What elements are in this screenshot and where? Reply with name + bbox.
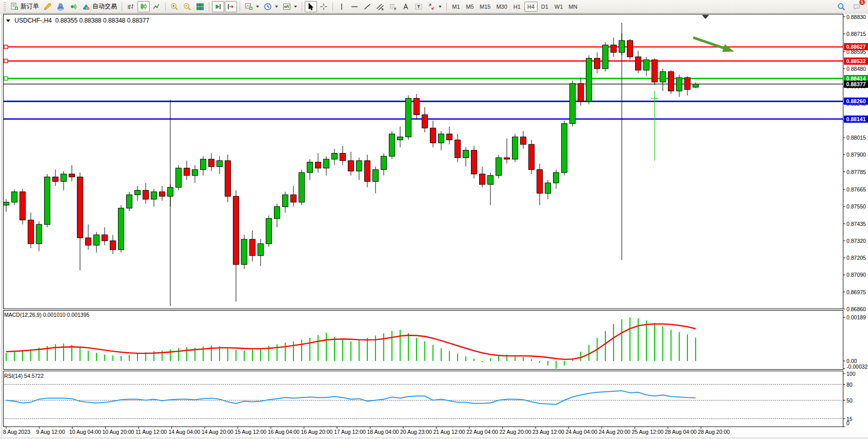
price-tick-label: 0.86975 (846, 289, 866, 295)
terminal-button[interactable] (54, 1, 67, 12)
candle-body-bull (217, 161, 223, 167)
time-label: 10 Aug 20:00 (103, 429, 134, 435)
signals-button[interactable] (67, 1, 80, 12)
hline-anchor[interactable] (4, 45, 8, 49)
timeframe-M1[interactable]: M1 (449, 2, 463, 12)
line-chart-button[interactable] (150, 1, 163, 12)
candle-body-bull (545, 183, 551, 193)
chart-shift-button[interactable] (212, 1, 224, 12)
candle-body-bear (340, 153, 346, 160)
rsi-tick-label: 0 (846, 420, 850, 426)
candle-body-bull (201, 159, 206, 169)
notifications-button[interactable]: 1 (851, 1, 863, 12)
candle-body-bear (365, 161, 370, 181)
trendline-button[interactable] (361, 1, 373, 12)
candle-body-bull (389, 134, 395, 156)
search-button[interactable] (835, 1, 847, 12)
timeframe-D1[interactable]: D1 (538, 2, 551, 12)
equidistant-channel-button[interactable] (374, 1, 386, 12)
candle-body-bull (496, 158, 502, 176)
bar-chart-button[interactable] (125, 1, 137, 12)
search-icon (837, 3, 845, 11)
cursor-icon (307, 3, 315, 11)
autotrading-icon (82, 3, 90, 11)
dropdown-caret-icon (439, 6, 442, 8)
candle-body-bear (447, 134, 452, 140)
timeframe-M5[interactable]: M5 (463, 2, 477, 12)
zoom-in-button[interactable] (168, 1, 181, 12)
indicators-button[interactable] (243, 1, 261, 12)
symbol-dropdown-icon[interactable] (6, 20, 10, 22)
text-button[interactable] (400, 1, 412, 12)
hline-anchor[interactable] (4, 77, 8, 80)
crosshair-button[interactable] (318, 1, 330, 12)
timeframe-H1[interactable]: H1 (510, 2, 524, 12)
candle-body-bull (45, 177, 50, 224)
time-label: 16 Aug 04:00 (268, 429, 300, 435)
timeframe-M15[interactable]: M15 (477, 2, 493, 12)
candle-body-bull (603, 45, 608, 69)
candlestick-chart-button[interactable] (137, 1, 150, 12)
candle-body-bull (357, 161, 362, 171)
price-tick-label: 0.87205 (846, 255, 866, 261)
candle-body-bull (693, 84, 699, 87)
candle-body-bear (504, 158, 510, 159)
candle-body-bull (488, 176, 494, 184)
time-label: 8 Aug 2023 (3, 429, 30, 435)
fibonacci-button[interactable] (387, 1, 399, 12)
candle-body-bull (299, 173, 305, 202)
time-label: 24 Aug 04:00 (566, 429, 598, 435)
horizontal-line-button[interactable] (348, 1, 361, 12)
candle-body-bear (225, 161, 231, 196)
candle-body-bull (94, 235, 100, 245)
dropdown-caret-icon (294, 6, 297, 8)
candle-body-bull (619, 41, 625, 52)
candle-body-bull (176, 168, 182, 187)
candle-body-bull (36, 224, 42, 244)
metaeditor-button[interactable] (42, 1, 54, 12)
chart-canvas[interactable] (0, 13, 868, 439)
candle-body-bull (168, 187, 173, 196)
time-label: 14 Aug 04:00 (169, 429, 201, 435)
vertical-line-icon (338, 3, 346, 11)
timeframe-MN[interactable]: MN (566, 2, 580, 12)
price-badge-0.88627: 0.88627 (844, 43, 868, 50)
hline-anchor[interactable] (4, 59, 8, 63)
autotrading-button[interactable]: 自动交易 (80, 1, 119, 12)
candle-body-bull (135, 190, 141, 195)
candle-body-bull (4, 202, 9, 205)
vertical-line-button[interactable] (336, 1, 348, 12)
text-label-button[interactable] (412, 1, 425, 12)
rsi-tick-label: 100 (846, 371, 856, 377)
periods-button[interactable] (262, 1, 280, 12)
candle-body-bear (86, 238, 91, 245)
dropdown-caret-icon (256, 6, 259, 8)
rsi-tick-label: 50 (846, 397, 853, 404)
chart-window: USDCHF-,H4 0.88355 0.88388 0.88348 0.883… (0, 13, 868, 439)
arrows-icon (427, 3, 436, 11)
indicators-icon (245, 3, 253, 11)
new-order-button[interactable]: 新订单 (8, 1, 41, 12)
tile-windows-button[interactable] (194, 1, 206, 12)
zoom-out-button[interactable] (181, 1, 193, 12)
timeframe-H4[interactable]: H4 (524, 2, 538, 12)
main-pane (4, 14, 843, 309)
toolbar-grip[interactable] (4, 2, 6, 11)
arrows-button[interactable] (425, 1, 444, 12)
candle-body-bear (110, 241, 116, 250)
auto-scroll-button[interactable] (225, 1, 237, 12)
timeframe-W1[interactable]: W1 (552, 2, 566, 12)
time-label: 24 Aug 20:00 (599, 429, 630, 435)
templates-button[interactable] (281, 1, 299, 12)
candle-body-bear (422, 114, 428, 128)
candle-body-bull (554, 173, 559, 183)
templates-icon (283, 3, 291, 11)
candle-body-bull (127, 195, 132, 208)
timeframe-M30[interactable]: M30 (494, 2, 509, 12)
cursor-button[interactable] (305, 1, 317, 12)
candle-body-bull (406, 99, 411, 137)
candle-body-bull (242, 239, 247, 264)
toolbar-separator (446, 2, 447, 11)
time-label: 28 Aug 20:00 (698, 429, 730, 435)
rsi-tick-label: 80 (846, 381, 853, 388)
